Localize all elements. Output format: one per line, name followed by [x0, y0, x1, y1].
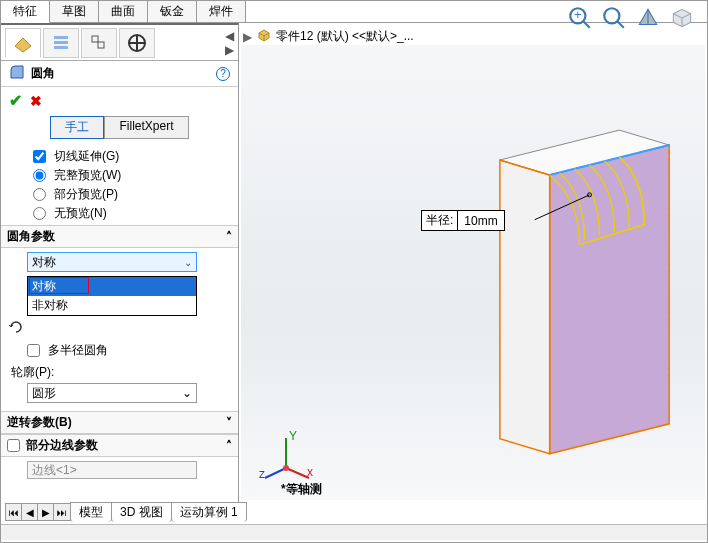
tab-manual[interactable]: 手工	[50, 116, 104, 139]
svg-text:z: z	[259, 467, 265, 481]
fillet-mode-tabs: 手工 FilletXpert	[1, 114, 238, 145]
section-fillet-params-label: 圆角参数	[7, 228, 55, 245]
svg-rect-5	[54, 36, 68, 39]
svg-text:Y: Y	[289, 429, 297, 443]
tab-weldment[interactable]: 焊件	[197, 1, 246, 22]
edge-placeholder: 边线<1>	[32, 462, 77, 479]
radio-partial-preview[interactable]	[33, 188, 46, 201]
nav-first[interactable]: ⏮	[6, 504, 22, 520]
profile-value: 圆形	[32, 385, 56, 402]
tab-scroll-right[interactable]: ▶	[225, 43, 234, 57]
tab-scroll-left[interactable]: ◀	[225, 29, 234, 43]
radio-none-label: 无预览(N)	[54, 205, 107, 222]
flip-icon[interactable]	[7, 318, 25, 339]
radius-callout[interactable]: 半径: 10mm	[421, 210, 505, 231]
nav-last[interactable]: ⏭	[54, 504, 70, 520]
pm-tab-feature[interactable]	[5, 28, 41, 58]
section-reverse-label: 逆转参数(B)	[7, 414, 72, 431]
section-reverse[interactable]: 逆转参数(B) ˅	[1, 411, 238, 434]
tab-sketch[interactable]: 草图	[50, 1, 99, 22]
tab-surface[interactable]: 曲面	[99, 1, 148, 22]
help-icon[interactable]: ?	[216, 67, 230, 81]
view-tools: +	[567, 5, 695, 34]
graphics-viewport[interactable]: 半径: 10mm Y x z *等轴测	[241, 45, 705, 500]
check-multiradius-label: 多半径圆角	[48, 342, 108, 359]
profile-dropdown[interactable]: 圆形 ⌄	[27, 383, 197, 403]
svg-text:+: +	[574, 7, 582, 22]
zoom-area-icon[interactable]	[601, 5, 627, 34]
preview-options: 切线延伸(G) 完整预览(W) 部分预览(P) 无预览(N)	[1, 145, 238, 225]
fillet-icon	[9, 64, 25, 83]
display-icon[interactable]	[669, 5, 695, 34]
svg-line-22	[286, 468, 309, 478]
svg-point-26	[283, 465, 289, 471]
view-triad[interactable]: Y x z	[259, 428, 313, 482]
check-partial-edge[interactable]	[7, 439, 20, 452]
tab-nav: ⏮ ◀ ▶ ⏭	[5, 503, 71, 521]
svg-rect-6	[54, 41, 68, 44]
section-partial-edge[interactable]: 部分边线参数 ˄	[1, 434, 238, 457]
svg-rect-9	[98, 42, 104, 48]
edge-selection-box[interactable]: 边线<1>	[27, 461, 197, 479]
bottom-tabs: ⏮ ◀ ▶ ⏭ 模型 3D 视图 运动算例 1	[5, 502, 247, 522]
option-asymmetric[interactable]: 非对称	[28, 296, 196, 315]
chevron-down-icon: ⌄	[184, 257, 192, 268]
radio-full-label: 完整预览(W)	[54, 167, 121, 184]
pm-title: 圆角	[31, 65, 55, 82]
pm-header: 圆角 ?	[1, 61, 238, 87]
pm-tabs: ◀▶	[1, 25, 238, 61]
view-orientation-label: *等轴测	[281, 481, 322, 498]
symmetry-value: 对称	[32, 254, 56, 271]
check-tangent[interactable]	[33, 150, 46, 163]
part-icon	[256, 27, 272, 46]
breadcrumb[interactable]: ▶ 零件12 (默认) <<默认>_...	[243, 27, 414, 46]
svg-line-24	[265, 468, 286, 478]
cancel-button[interactable]: ✖	[30, 93, 42, 109]
chevron-up-icon: ˄	[226, 439, 232, 453]
nav-prev[interactable]: ◀	[22, 504, 38, 520]
chevron-down-icon: ⌄	[182, 386, 192, 400]
highlight-box	[29, 277, 89, 294]
ok-button[interactable]: ✔	[9, 91, 22, 110]
section-partial-label: 部分边线参数	[26, 437, 98, 454]
tab-3dview[interactable]: 3D 视图	[111, 502, 172, 522]
section-icon[interactable]	[635, 5, 661, 34]
property-manager: ◀▶ 圆角 ? ✔ ✖ 手工 FilletXpert 切线延伸(G) 完整预览(…	[1, 23, 239, 503]
svg-text:x: x	[307, 465, 313, 479]
check-tangent-label: 切线延伸(G)	[54, 148, 119, 165]
tab-filletxpert[interactable]: FilletXpert	[104, 116, 188, 139]
tab-motion[interactable]: 运动算例 1	[171, 502, 247, 522]
svg-line-1	[583, 21, 590, 28]
tab-feature[interactable]: 特征	[1, 1, 50, 23]
breadcrumb-label: 零件12 (默认) <<默认>_...	[276, 28, 414, 45]
profile-label: 轮廓(P):	[1, 360, 238, 383]
nav-next[interactable]: ▶	[38, 504, 54, 520]
radio-partial-label: 部分预览(P)	[54, 186, 118, 203]
confirm-row: ✔ ✖	[1, 87, 238, 114]
section-fillet-params[interactable]: 圆角参数 ˄	[1, 225, 238, 248]
svg-point-3	[604, 8, 619, 23]
chevron-down-icon: ˅	[226, 416, 232, 430]
symmetry-dropdown[interactable]: 对称 ⌄	[27, 252, 197, 272]
status-bar	[1, 524, 707, 540]
svg-rect-7	[54, 46, 68, 49]
pm-tab-props[interactable]	[43, 28, 79, 58]
chevron-right-icon: ▶	[243, 30, 252, 44]
chevron-up-icon: ˄	[226, 230, 232, 244]
pm-tab-config[interactable]	[81, 28, 117, 58]
callout-label: 半径:	[422, 211, 458, 230]
symmetry-dropdown-list: 对称 非对称	[27, 276, 197, 316]
zoom-fit-icon[interactable]: +	[567, 5, 593, 34]
tab-model[interactable]: 模型	[70, 502, 112, 522]
radio-no-preview[interactable]	[33, 207, 46, 220]
check-multiradius[interactable]	[27, 344, 40, 357]
svg-rect-8	[92, 36, 98, 42]
svg-line-4	[617, 21, 624, 28]
pm-tab-dim[interactable]	[119, 28, 155, 58]
callout-value[interactable]: 10mm	[458, 213, 503, 229]
radio-full-preview[interactable]	[33, 169, 46, 182]
tab-sheetmetal[interactable]: 钣金	[148, 1, 197, 22]
